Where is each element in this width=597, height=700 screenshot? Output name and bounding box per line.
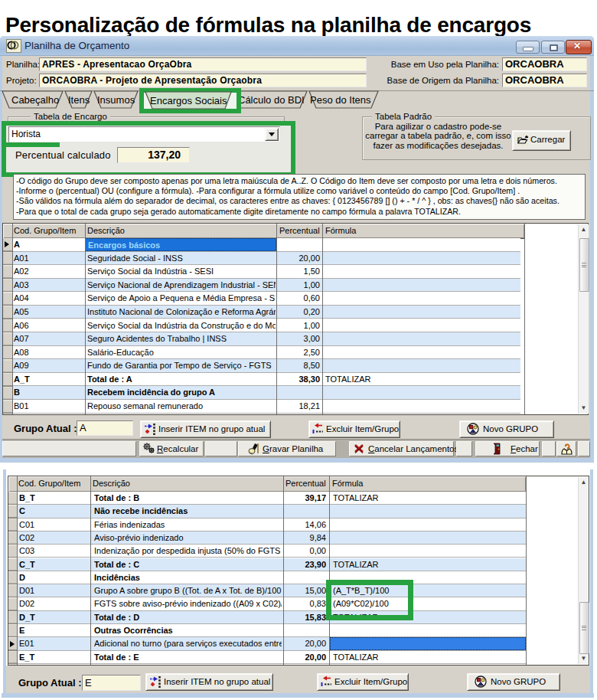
svg-text:Encargos Sociais: Encargos Sociais: [150, 95, 227, 106]
svg-text:Insumos: Insumos: [97, 94, 135, 106]
svg-text:Cabeçalho: Cabeçalho: [11, 94, 59, 106]
svg-text:Itens: Itens: [68, 94, 90, 106]
svg-text:Cálculo do BDI: Cálculo do BDI: [238, 94, 305, 106]
svg-text:Peso do Itens: Peso do Itens: [310, 94, 371, 106]
